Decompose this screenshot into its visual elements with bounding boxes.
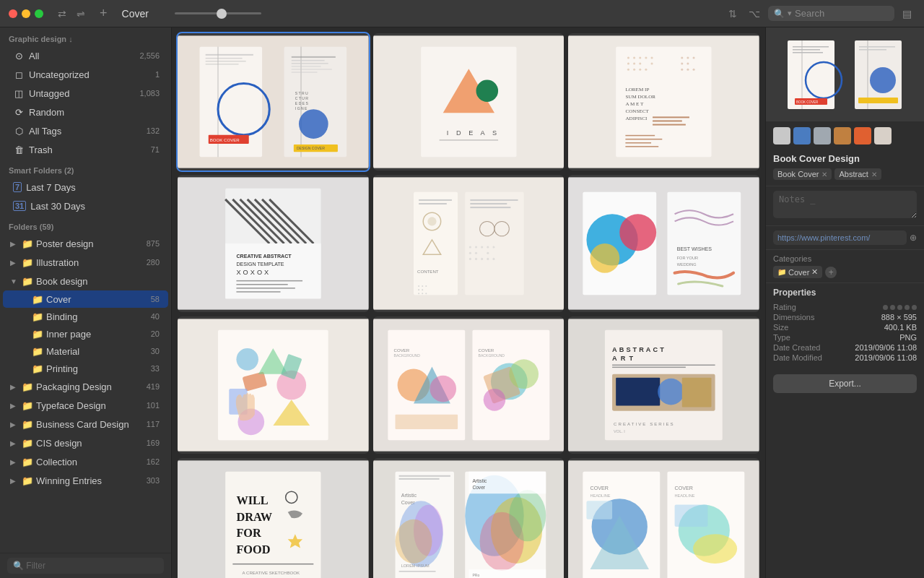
svg-point-56	[693, 56, 695, 59]
grid-item-1[interactable]: BOOK COVER S T R U C T U R E D E S I G N…	[178, 33, 369, 171]
rating-dot-4[interactable]	[905, 305, 910, 310]
close-button[interactable]	[9, 9, 17, 18]
thumbnail-2: I D E A S	[373, 33, 565, 171]
forward-button[interactable]: ⇌	[74, 7, 88, 21]
detail-url-input[interactable]	[773, 230, 907, 245]
grid-item-6[interactable]: BEST WISHES FOR YOUR WEDDING	[568, 175, 759, 312]
sidebar-item-material[interactable]: 📁 Material 30	[3, 342, 168, 360]
add-button[interactable]: +	[97, 6, 110, 21]
collection-count: 162	[147, 457, 160, 466]
sidebar-item-typeface[interactable]: ▶ 📁 Typeface Design 101	[3, 396, 168, 415]
fullscreen-button[interactable]	[35, 9, 43, 18]
open-url-icon[interactable]: ⊕	[910, 233, 917, 243]
sidebar-item-book-design[interactable]: ▼ 📁 Book design	[3, 272, 168, 290]
export-button[interactable]: Export...	[773, 374, 917, 393]
sidebar-item-last30[interactable]: 31 Last 30 Days	[3, 197, 168, 215]
grid-item-3[interactable]: LOREM IP SUM DOLOR A M E T CONSECT ADIPI…	[568, 33, 759, 171]
svg-rect-79	[236, 280, 302, 282]
thumbnail-10: WILL DRAW FOR FOOD A CREATIVE SKETCHBOOK	[178, 458, 369, 578]
rating-dots[interactable]	[883, 305, 917, 310]
poster-chevron: ▶	[10, 240, 19, 248]
grid-item-7[interactable]	[178, 316, 369, 454]
remove-tag-book-cover[interactable]: ✕	[821, 171, 827, 178]
remove-category-cover[interactable]: ✕	[811, 267, 818, 277]
sidebar-item-illustration[interactable]: ▶ 📁 Illustration 280	[3, 253, 168, 272]
grid-item-11[interactable]: Artistic Cover LOREM IPSUM Artistic Cove…	[373, 458, 565, 578]
add-category-button[interactable]: +	[825, 267, 837, 278]
svg-point-41	[633, 69, 635, 71]
sidebar-item-cover[interactable]: 📁 Cover 58	[3, 290, 168, 308]
sidebar-item-packaging[interactable]: ▶ 📁 Packaging Design 419	[3, 377, 168, 396]
graphic-design-header[interactable]: Graphic design ↓	[0, 27, 171, 46]
svg-text:FOR: FOR	[236, 526, 261, 540]
grid-item-8[interactable]: COVER BACKGROUND COVER BACKGROUND	[373, 316, 565, 454]
svg-point-39	[640, 63, 642, 65]
cis-count: 169	[147, 439, 160, 447]
properties-title: Properties	[773, 288, 917, 298]
sidebar-item-last7[interactable]: 7 Last 7 Days	[3, 178, 168, 197]
svg-point-58	[687, 63, 689, 65]
sidebar-item-winning[interactable]: ▶ 📁 Winning Entries 303	[3, 471, 168, 490]
color-swatch-6[interactable]	[874, 127, 892, 144]
grid-item-5[interactable]: CONTENT	[373, 175, 565, 312]
color-swatch-1[interactable]	[773, 127, 790, 144]
detail-url-section: ⊕	[766, 225, 924, 249]
svg-rect-64	[626, 142, 652, 144]
all-icon: ⊙	[13, 51, 25, 61]
rating-dot-5[interactable]	[912, 305, 917, 310]
filter-button[interactable]: ⌥	[745, 7, 764, 21]
sidebar-toggle-button[interactable]: ▤	[899, 7, 915, 21]
sort-button[interactable]: ⇅	[725, 7, 741, 21]
packaging-label: Packaging Design	[36, 381, 144, 392]
rating-dot-3[interactable]	[897, 305, 902, 310]
cis-label: CIS design	[36, 438, 144, 449]
filter-input[interactable]	[7, 558, 164, 574]
sidebar-item-business-card[interactable]: ▶ 📁 Business Card Design 117	[3, 415, 168, 434]
grid-item-12[interactable]: COVER HEADLINE COVER HEADLINE	[568, 458, 759, 578]
search-input[interactable]	[795, 8, 889, 19]
sidebar-item-uncategorized[interactable]: ◻ Uncategorized 1	[3, 65, 168, 84]
color-swatch-3[interactable]	[814, 127, 831, 144]
sidebar-item-cis[interactable]: ▶ 📁 CIS design 169	[3, 434, 168, 452]
rating-dot-2[interactable]	[890, 305, 895, 310]
svg-rect-80	[236, 284, 287, 285]
minimize-button[interactable]	[22, 9, 30, 18]
color-swatch-5[interactable]	[854, 127, 871, 144]
sidebar-item-binding[interactable]: 📁 Binding 40	[3, 308, 168, 325]
cis-chevron: ▶	[10, 439, 19, 447]
sidebar-item-random[interactable]: ⟳ Random	[3, 103, 168, 121]
svg-point-150	[483, 389, 505, 411]
grid-item-9[interactable]: ABSTRACT ART CREATIVE SERIES VOL. I	[568, 316, 759, 454]
svg-point-92	[418, 285, 419, 287]
svg-text:Artistic: Artistic	[401, 493, 417, 499]
sidebar-item-trash[interactable]: 🗑 Trash 71	[3, 140, 168, 159]
remove-tag-abstract[interactable]: ✕	[871, 171, 877, 178]
packaging-folder-icon: 📁	[22, 381, 33, 392]
untagged-icon: ◫	[13, 88, 25, 99]
color-swatch-2[interactable]	[793, 127, 811, 144]
svg-point-151	[509, 359, 539, 389]
sidebar-item-collection[interactable]: ▶ 📁 Collection 162	[3, 452, 168, 471]
zoom-slider[interactable]	[175, 12, 261, 14]
svg-point-129	[236, 348, 258, 371]
grid-item-2[interactable]: I D E A S	[373, 33, 565, 171]
sidebar-item-untagged[interactable]: ◫ Untagged 1,083	[3, 84, 168, 103]
svg-rect-100	[470, 199, 518, 201]
sidebar-item-all-tags[interactable]: ⬡ All Tags 132	[3, 121, 168, 140]
search-dropdown[interactable]: ▾	[788, 9, 792, 18]
sidebar-item-printing[interactable]: 📁 Printing 33	[3, 360, 168, 377]
grid-item-10[interactable]: WILL DRAW FOR FOOD A CREATIVE SKETCHBOOK	[178, 458, 369, 578]
rating-dot-1[interactable]	[883, 305, 888, 310]
sidebar-item-all[interactable]: ⊙ All 2,556	[3, 46, 168, 65]
back-button[interactable]: ⇄	[55, 7, 69, 21]
sidebar-item-poster[interactable]: ▶ 📁 Poster design 875	[3, 234, 168, 253]
categories-row: 📁 Cover ✕ +	[773, 266, 917, 278]
grid-item-4[interactable]: CREATIVE ABSTRACT DESIGN TEMPLATE XOXOX	[178, 175, 369, 312]
type-row: Type PNG	[773, 332, 917, 342]
color-swatch-4[interactable]	[834, 127, 851, 144]
detail-notes-input[interactable]	[773, 191, 917, 218]
svg-rect-171	[232, 564, 313, 565]
svg-point-97	[418, 293, 419, 294]
sidebar-item-inner-page[interactable]: 📁 Inner page 20	[3, 325, 168, 342]
svg-point-121	[620, 214, 657, 251]
